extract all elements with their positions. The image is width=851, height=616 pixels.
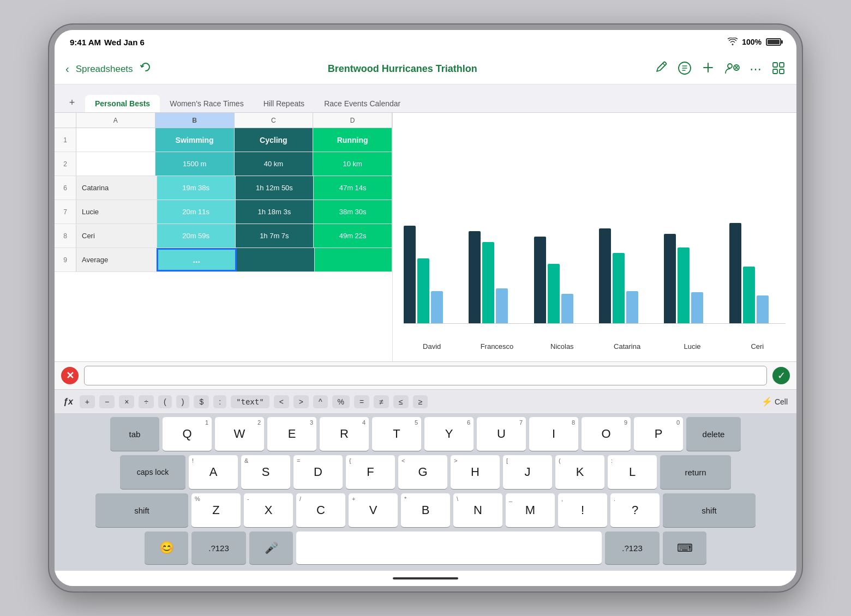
tab-womens-race-times[interactable]: Women's Race Times [160, 95, 253, 112]
key-n[interactable]: \N [453, 493, 502, 527]
key-e[interactable]: 3E [267, 417, 316, 451]
shift-right-key[interactable]: shift [663, 493, 756, 527]
cell-name-lucie[interactable]: Lucie [76, 200, 157, 224]
key-c[interactable]: /C [296, 493, 345, 527]
key-a[interactable]: !A [189, 455, 238, 489]
col-header-a[interactable]: A [76, 113, 155, 128]
op-lte[interactable]: ≤ [393, 395, 409, 408]
annotate-icon[interactable] [654, 61, 668, 78]
col-header-d[interactable]: D [313, 113, 392, 128]
key-p[interactable]: 0P [634, 417, 683, 451]
cell-d6[interactable]: 47m 14s [314, 176, 392, 200]
tab-race-events[interactable]: Race Events Calendar [314, 95, 410, 112]
key-s[interactable]: &S [241, 455, 290, 489]
key-comma[interactable]: ,! [558, 493, 607, 527]
cell-c6[interactable]: 1h 12m 50s [236, 176, 314, 200]
back-icon[interactable]: ‹ [65, 63, 69, 75]
key-v[interactable]: +V [349, 493, 398, 527]
op-minus[interactable]: − [99, 395, 115, 408]
formula-confirm-button[interactable]: ✓ [772, 367, 790, 384]
key-z[interactable]: %Z [191, 493, 241, 527]
cell-c8[interactable]: 1h 7m 7s [236, 224, 314, 247]
key-b[interactable]: *B [401, 493, 450, 527]
cell-c1[interactable]: Cycling [235, 128, 314, 152]
view-icon[interactable] [771, 61, 786, 77]
key-m[interactable]: _M [506, 493, 555, 527]
cell-b9-selected[interactable]: ... [157, 248, 237, 271]
tab-key[interactable]: tab [110, 417, 159, 451]
key-y[interactable]: 6Y [424, 417, 474, 451]
cell-name-ceri[interactable]: Ceri [76, 224, 157, 247]
op-multiply[interactable]: × [119, 395, 134, 408]
delete-key[interactable]: delete [686, 417, 741, 451]
cell-d7[interactable]: 38m 30s [314, 200, 392, 224]
op-percent[interactable]: % [332, 395, 350, 408]
op-equals[interactable]: = [354, 395, 369, 408]
space-key[interactable] [296, 532, 602, 564]
op-dollar[interactable]: $ [194, 395, 209, 408]
cell-a2[interactable] [76, 152, 155, 176]
shift-left-key[interactable]: shift [95, 493, 188, 527]
op-gt[interactable]: > [293, 395, 309, 408]
op-lparen[interactable]: ( [158, 395, 172, 408]
key-i[interactable]: 8I [529, 417, 578, 451]
op-gte[interactable]: ≥ [413, 395, 428, 408]
collaborate-icon[interactable] [724, 61, 740, 77]
cell-b6[interactable]: 19m 38s [157, 176, 236, 200]
cell-button[interactable]: ⚡ Cell [762, 396, 788, 407]
op-rparen[interactable]: ) [176, 395, 190, 408]
col-header-c[interactable]: C [235, 113, 314, 128]
cell-c2[interactable]: 40 km [235, 152, 314, 176]
formula-cancel-button[interactable]: ✕ [61, 367, 79, 384]
cell-b2[interactable]: 1500 m [155, 152, 235, 176]
cell-d1[interactable]: Running [313, 128, 392, 152]
undo-icon[interactable] [140, 62, 152, 76]
numbers-right-key[interactable]: .?123 [605, 532, 660, 564]
return-key[interactable]: return [660, 455, 731, 489]
keyboard-dismiss-key[interactable]: ⌨ [663, 532, 706, 564]
key-o[interactable]: 9O [582, 417, 631, 451]
cell-name-catarina[interactable]: Catarina [76, 176, 157, 200]
key-h[interactable]: >H [451, 455, 500, 489]
cell-d9[interactable] [315, 248, 393, 271]
format-icon[interactable] [678, 61, 692, 77]
key-f[interactable]: {F [346, 455, 395, 489]
op-caret[interactable]: ^ [313, 395, 328, 408]
key-k[interactable]: (K [555, 455, 604, 489]
add-sheet-button[interactable]: + [63, 94, 81, 111]
mic-key[interactable]: 🎤 [249, 532, 293, 564]
cell-name-average[interactable]: Average [76, 248, 157, 271]
cell-b8[interactable]: 20m 59s [157, 224, 236, 247]
op-colon[interactable]: : [213, 395, 226, 408]
more-icon[interactable]: ⋯ [750, 62, 762, 76]
key-j[interactable]: [J [503, 455, 552, 489]
op-lt[interactable]: < [274, 395, 289, 408]
key-r[interactable]: 4R [320, 417, 369, 451]
cell-a1[interactable] [76, 128, 155, 152]
op-divide[interactable]: ÷ [139, 395, 154, 408]
tab-hill-repeats[interactable]: Hill Repeats [254, 95, 314, 112]
cell-c9[interactable] [237, 248, 315, 271]
key-w[interactable]: 2W [215, 417, 264, 451]
formula-input[interactable] [84, 366, 767, 385]
cell-d8[interactable]: 49m 22s [314, 224, 392, 247]
cell-d2[interactable]: 10 km [313, 152, 392, 176]
op-plus[interactable]: + [80, 395, 95, 408]
cell-b7[interactable]: 20m 11s [157, 200, 236, 224]
key-t[interactable]: 5T [372, 417, 421, 451]
op-text[interactable]: "text" [231, 395, 269, 408]
caps-lock-key[interactable]: caps lock [120, 455, 185, 489]
key-l[interactable]: :L [608, 455, 657, 489]
key-period[interactable]: .? [610, 493, 660, 527]
key-u[interactable]: 7U [477, 417, 526, 451]
key-d[interactable]: =D [293, 455, 343, 489]
op-neq[interactable]: ≠ [374, 395, 389, 408]
cell-c7[interactable]: 1h 18m 3s [236, 200, 314, 224]
numbers-left-key[interactable]: .?123 [191, 532, 246, 564]
emoji-key[interactable]: 😊 [145, 532, 188, 564]
key-q[interactable]: 1Q [163, 417, 212, 451]
col-header-b[interactable]: B [155, 113, 235, 128]
key-x[interactable]: -X [244, 493, 293, 527]
key-g[interactable]: <G [398, 455, 447, 489]
tab-personal-bests[interactable]: Personal Bests [85, 95, 160, 112]
